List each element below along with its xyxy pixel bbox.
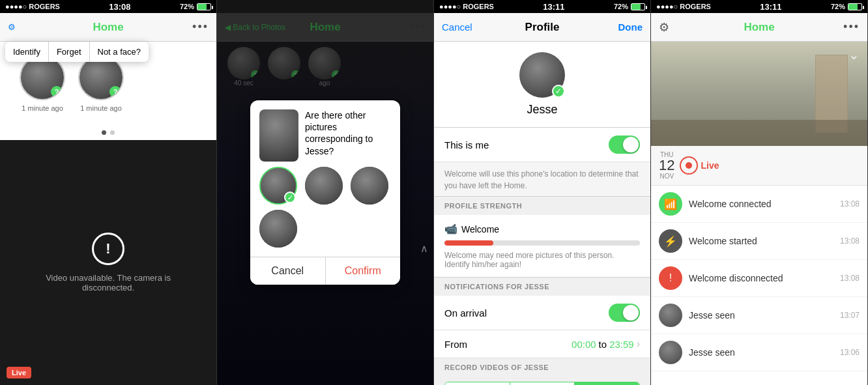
event-item-0[interactable]: 📶 Welcome connected 13:08 (651, 186, 867, 223)
modal-title: Are there other pictures corresponding t… (305, 109, 391, 162)
battery-icon-4 (848, 3, 862, 10)
context-menu: Identify Forget Not a face? (5, 42, 149, 62)
live-text: Live (701, 160, 719, 171)
face-item-1[interactable]: ? 1 minute ago (20, 55, 65, 112)
dot-2 (110, 130, 115, 135)
camera-offline-view: ! Video unavailable. The camera is disco… (0, 140, 216, 385)
live-dot (680, 156, 698, 175)
profile-name: Jesse (527, 103, 557, 117)
from-time: 00:00 (571, 339, 596, 350)
panel-home-modal: ●●●●○ ROGERS 13:17 70% ◀ Back to Photos … (217, 0, 434, 385)
modal-header: Are there other pictures corresponding t… (250, 100, 400, 167)
record-buttons-group: Never On Arrival Always (444, 382, 640, 385)
location-note: Welcome will use this phone's location t… (434, 162, 650, 197)
time-1: 13:08 (109, 2, 130, 12)
on-arrival-button[interactable]: On Arrival (510, 382, 575, 385)
to-time: 23:59 (609, 339, 634, 350)
chevron-down-icon[interactable]: ⌄ (848, 47, 860, 63)
bolt-icon: ⚡ (659, 229, 682, 253)
time-4: 13:11 (760, 2, 781, 12)
event-list: THU 12 NOV Live 📶 Welcome connected 13:0… (651, 146, 867, 385)
face-label-2: 1 minute ago (80, 104, 122, 112)
event-item-1[interactable]: ⚡ Welcome started 13:08 (651, 223, 867, 260)
event-time-0: 13:08 (840, 199, 860, 208)
this-is-me-row[interactable]: This is me (434, 128, 650, 162)
nav-bar-1: ⚙ Home ••• (0, 13, 216, 42)
this-is-me-toggle[interactable] (609, 135, 640, 154)
modal-face-option-3[interactable] (351, 167, 388, 205)
chevron-right-icon: › (637, 338, 640, 350)
forget-button[interactable]: Forget (49, 42, 90, 62)
video-icon: 📹 (444, 223, 457, 235)
more-icon-1[interactable]: ••• (192, 20, 209, 34)
event-text-4: Jesse seen (689, 347, 833, 358)
modal-face-option-4[interactable] (259, 210, 297, 248)
strength-bar (444, 240, 640, 246)
cancel-button[interactable]: Cancel (250, 257, 326, 285)
warning-icon: ! (92, 233, 124, 265)
live-badge-1[interactable]: Live (7, 367, 31, 378)
face-icon-4 (659, 341, 682, 364)
event-text-1: Welcome started (689, 236, 833, 246)
confirm-button[interactable]: Confirm (326, 257, 401, 285)
date-box: THU 12 NOV (659, 151, 674, 180)
more-icon-4[interactable]: ••• (843, 20, 860, 34)
modal-actions: Cancel Confirm (250, 257, 400, 285)
battery-icon-1 (197, 3, 211, 10)
not-a-face-button[interactable]: Not a face? (90, 42, 149, 62)
panel-home-events: ●●●●○ ROGERS 13:11 72% ⚙ Home ••• ⌄ THU … (651, 0, 868, 385)
from-label: From (444, 339, 467, 350)
modal-face-option-2[interactable] (305, 167, 343, 205)
cancel-nav-button[interactable]: Cancel (442, 21, 472, 33)
panel-profile: ●●●●○ ROGERS 13:11 72% Cancel Profile Do… (434, 0, 651, 385)
modal-faces-grid: ✓ (250, 167, 400, 257)
done-button[interactable]: Done (618, 21, 643, 33)
event-time-4: 13:06 (840, 348, 860, 357)
modal-face-preview (259, 109, 298, 162)
warning-text: Video unavailable. The camera is disconn… (0, 273, 216, 292)
face-label-1: 1 minute ago (22, 104, 63, 112)
identify-button[interactable]: Identify (5, 42, 49, 62)
event-item-2[interactable]: ! Welcome disconnected 13:08 (651, 260, 867, 297)
settings-icon-1[interactable]: ⚙ (8, 22, 16, 32)
nav-title-4: Home (744, 21, 774, 34)
profile-nav-title: Profile (525, 21, 560, 34)
floor-visual (651, 120, 867, 146)
date-num: 12 (659, 158, 674, 173)
face-item-2[interactable]: ? 1 minute ago (78, 55, 124, 112)
battery-area-1: 72% (180, 3, 211, 10)
nav-bar-3: Cancel Profile Done (434, 13, 650, 42)
event-text-3: Jesse seen (689, 310, 833, 321)
status-bar-3: ●●●●○ ROGERS 13:11 72% (434, 0, 650, 13)
status-bar-1: ●●●●○ ROGERS 13:08 72% (0, 0, 216, 13)
battery-area-4: 72% (831, 3, 862, 10)
avatar-check: ✓ (552, 85, 565, 98)
on-arrival-toggle[interactable] (609, 304, 640, 322)
selected-check: ✓ (284, 192, 296, 203)
camera-feed[interactable]: ⌄ (651, 42, 867, 146)
never-button[interactable]: Never (445, 382, 510, 385)
carrier-4: ●●●●○ ROGERS (656, 3, 711, 10)
question-badge-2: ? (109, 86, 121, 98)
live-dot-inner (686, 162, 692, 169)
time-range-row[interactable]: From 00:00 to 23:59 › (434, 330, 650, 358)
time-value: 00:00 to 23:59 › (571, 338, 640, 350)
event-text-2: Welcome disconnected (689, 273, 833, 283)
event-item-3[interactable]: Jesse seen 13:07 (651, 297, 867, 334)
date-month: NOV (659, 173, 674, 180)
settings-icon-4[interactable]: ⚙ (659, 20, 669, 35)
live-indicator: Live (680, 156, 719, 175)
carrier-3: ●●●●○ ROGERS (439, 3, 494, 10)
event-time-2: 13:08 (840, 274, 860, 283)
always-button[interactable]: Always (575, 382, 639, 385)
wifi-icon: 📶 (659, 192, 682, 216)
to-label: to (599, 339, 607, 350)
on-arrival-row[interactable]: On arrival (434, 296, 650, 330)
event-item-4[interactable]: Jesse seen 13:06 (651, 334, 867, 371)
dot-1 (102, 130, 106, 135)
question-badge-1: ? (51, 86, 63, 98)
strength-name: 📹 Welcome (444, 223, 640, 235)
strength-fill (444, 240, 493, 246)
event-text-0: Welcome connected (689, 199, 833, 209)
modal-face-option-1[interactable]: ✓ (259, 167, 297, 205)
